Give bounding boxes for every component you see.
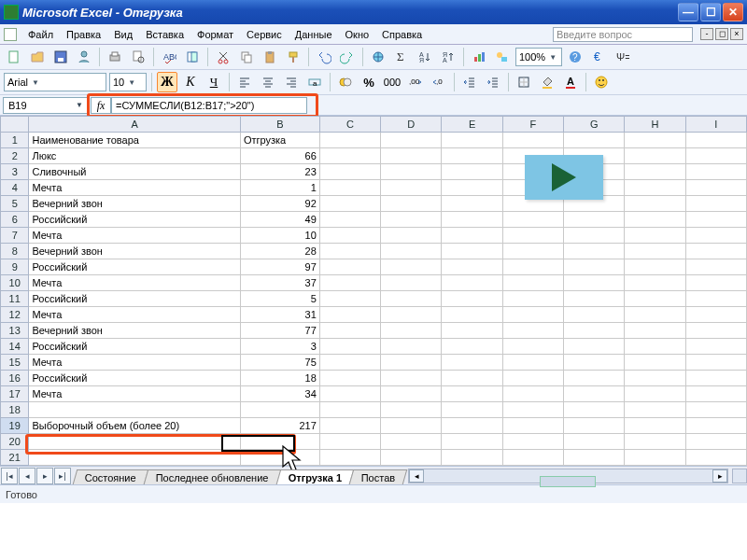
cell[interactable] (319, 228, 380, 244)
cell[interactable] (502, 228, 563, 244)
font-combo[interactable]: Arial▼ (4, 73, 106, 91)
cell[interactable] (381, 275, 442, 291)
help-button[interactable]: ? (565, 47, 585, 67)
row-header[interactable]: 20 (1, 434, 29, 450)
row-header[interactable]: 8 (1, 244, 29, 259)
cell[interactable] (442, 418, 502, 434)
font-size-combo[interactable]: 10▼ (109, 73, 147, 91)
cell[interactable]: 77 (240, 323, 319, 339)
cell[interactable] (319, 164, 380, 180)
minimize-button[interactable]: — (678, 3, 698, 21)
cell[interactable]: 23 (240, 164, 319, 180)
row-header[interactable]: 11 (1, 291, 29, 307)
cell[interactable] (564, 133, 625, 148)
cell[interactable] (319, 196, 380, 212)
cell[interactable] (381, 434, 442, 450)
cell[interactable] (625, 244, 685, 259)
borders-button[interactable] (514, 72, 534, 92)
row-header[interactable]: 18 (1, 402, 29, 418)
table-row[interactable]: 16Российский18 (1, 371, 747, 386)
row-header[interactable]: 2 (1, 148, 29, 164)
merge-center-button[interactable]: a (304, 72, 325, 92)
cell[interactable] (685, 148, 746, 164)
cell[interactable]: 37 (240, 275, 319, 291)
cell[interactable]: Мечта (29, 355, 240, 371)
table-row[interactable]: 4Мечта1 (1, 180, 747, 196)
new-button[interactable] (4, 47, 24, 67)
cell[interactable] (240, 434, 319, 450)
menu-edit[interactable]: Правка (61, 27, 106, 42)
row-header[interactable]: 1 (1, 133, 29, 148)
row-header[interactable]: 13 (1, 323, 29, 339)
cell[interactable] (564, 386, 625, 402)
increase-indent-button[interactable] (483, 72, 503, 92)
cell[interactable]: 217 (240, 418, 319, 434)
cell[interactable] (442, 307, 502, 323)
cell[interactable]: Российский (29, 259, 240, 275)
col-header-I[interactable]: I (685, 117, 746, 133)
row-header[interactable]: 6 (1, 212, 29, 228)
cell[interactable]: 75 (240, 355, 319, 371)
cell[interactable] (564, 291, 625, 307)
cell[interactable] (564, 371, 625, 386)
cell[interactable] (685, 259, 746, 275)
cell[interactable] (381, 291, 442, 307)
cell[interactable]: Отгрузка (240, 133, 319, 148)
table-row[interactable]: 2Люкс66 (1, 148, 747, 164)
cell[interactable] (381, 196, 442, 212)
hscroll-thumb[interactable] (540, 476, 596, 487)
row-header[interactable]: 17 (1, 386, 29, 402)
cell[interactable] (319, 133, 380, 148)
sheet-tab[interactable]: Отгрузка 1 (275, 469, 354, 484)
cell[interactable]: 10 (240, 228, 319, 244)
cell[interactable] (564, 228, 625, 244)
mdi-restore-button[interactable]: ◻ (715, 28, 728, 40)
close-button[interactable]: ✕ (723, 3, 743, 21)
open-button[interactable] (27, 47, 48, 67)
cell[interactable] (625, 418, 685, 434)
cell[interactable] (564, 402, 625, 418)
font-color-button[interactable]: A (560, 72, 581, 92)
cell[interactable] (381, 244, 442, 259)
cell[interactable]: 3 (240, 339, 319, 355)
table-row[interactable]: 12Мечта31 (1, 307, 747, 323)
format-painter-button[interactable] (283, 47, 303, 67)
cell[interactable] (564, 339, 625, 355)
menu-tools[interactable]: Сервис (241, 27, 288, 42)
cell[interactable] (625, 291, 685, 307)
cell[interactable] (319, 148, 380, 164)
cell[interactable] (319, 450, 380, 466)
cell[interactable]: Российский (29, 339, 240, 355)
spellcheck-button[interactable]: ABC (159, 47, 179, 67)
cell[interactable] (685, 196, 746, 212)
cell[interactable] (442, 450, 502, 466)
mdi-close-button[interactable]: × (730, 28, 743, 40)
cell[interactable] (502, 244, 563, 259)
cell[interactable] (502, 434, 563, 450)
col-header-C[interactable]: C (319, 117, 380, 133)
tab-nav-prev[interactable]: ◂ (19, 468, 35, 484)
cell[interactable] (502, 259, 563, 275)
table-row[interactable]: 5Вечерний звон92 (1, 196, 747, 212)
row-header[interactable]: 14 (1, 339, 29, 355)
cell[interactable]: Сливочный (29, 164, 240, 180)
sheet-tabs[interactable]: СостояниеПоследнее обновлениеОтгрузка 1П… (75, 467, 404, 484)
cell[interactable] (442, 196, 502, 212)
cell[interactable] (625, 323, 685, 339)
cell[interactable] (381, 307, 442, 323)
row-header[interactable]: 15 (1, 355, 29, 371)
cell[interactable] (442, 228, 502, 244)
col-header-H[interactable]: H (625, 117, 685, 133)
cell[interactable]: 92 (240, 196, 319, 212)
cell[interactable] (625, 180, 685, 196)
col-header-B[interactable]: B (240, 117, 319, 133)
cell[interactable] (442, 133, 502, 148)
cell[interactable] (564, 434, 625, 450)
cell[interactable] (625, 434, 685, 450)
cell[interactable] (319, 212, 380, 228)
cell[interactable] (442, 180, 502, 196)
permissions-button[interactable] (74, 47, 94, 67)
table-row[interactable]: 9Российский97 (1, 259, 747, 275)
row-header[interactable]: 10 (1, 275, 29, 291)
cell[interactable] (442, 434, 502, 450)
